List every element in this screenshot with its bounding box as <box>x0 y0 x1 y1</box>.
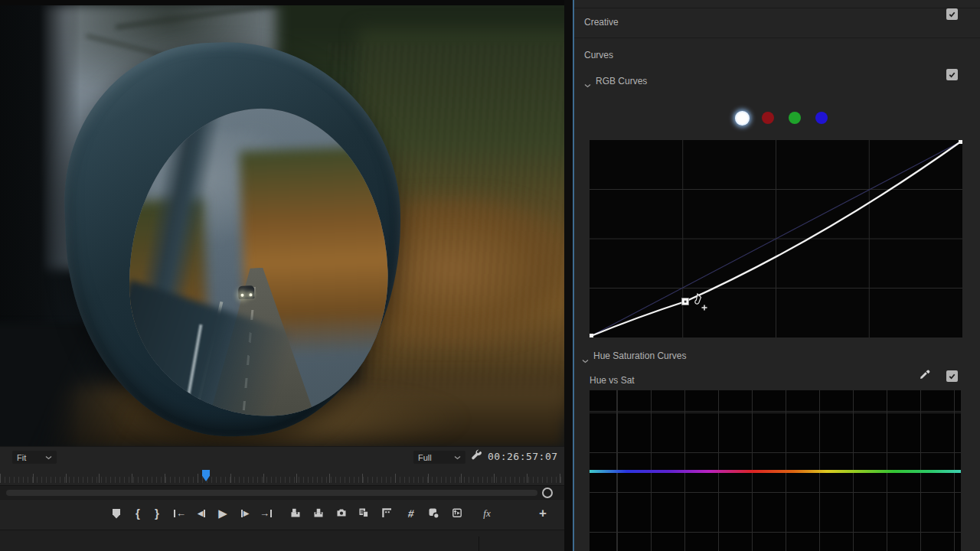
go-to-in-button[interactable]: ← <box>173 506 187 521</box>
global-fx-mute-button[interactable]: fx <box>480 506 494 521</box>
monitor-settings-button[interactable] <box>469 450 483 464</box>
section-divider <box>574 8 980 8</box>
chevron-down-icon <box>454 455 461 460</box>
chevron-down-icon[interactable] <box>584 77 591 91</box>
monitor-time-ruler[interactable] <box>0 467 564 485</box>
chevron-down-icon <box>45 455 52 460</box>
program-monitor-video[interactable] <box>0 5 564 446</box>
comparison-view-button[interactable] <box>357 506 371 521</box>
rgb-curves-enable-checkbox[interactable] <box>946 69 958 80</box>
export-box-icon <box>452 507 462 520</box>
premiere-pro-workspace: Fit Full 00:26:57:07 { <box>0 0 980 551</box>
ruler-ticks-major <box>0 474 564 483</box>
add-marker-button[interactable] <box>109 506 123 521</box>
mark-out-icon: } <box>155 506 159 521</box>
triangle-right-icon: ▶ <box>243 506 250 521</box>
arrow-left-icon: ← <box>176 506 186 521</box>
creative-enable-checkbox[interactable] <box>946 8 958 20</box>
extract-icon <box>313 507 324 520</box>
lumetri-color-panel: Creative Curves RGB Curves <box>574 0 980 551</box>
monitor-controls-bar: Fit Full 00:26:57:07 <box>0 446 564 468</box>
current-timecode[interactable]: 00:26:57:07 <box>488 451 558 462</box>
chevron-down-icon[interactable] <box>582 353 589 367</box>
play-icon: ▶ <box>218 506 227 521</box>
playback-resolution-select[interactable]: Full <box>413 451 466 464</box>
curve-endpoint-low <box>590 334 593 337</box>
fx-icon: fx <box>483 506 490 521</box>
mark-in-icon: { <box>136 506 140 521</box>
section-label-creative: Creative <box>584 17 619 28</box>
button-editor-button[interactable]: + <box>536 506 550 521</box>
curve-endpoint-high <box>959 140 962 144</box>
quick-export-button[interactable] <box>450 506 464 521</box>
channel-dot-red[interactable] <box>762 112 774 124</box>
step-forward-button[interactable]: ▶ <box>238 506 252 521</box>
lift-icon <box>290 507 301 520</box>
camera-icon <box>336 507 347 520</box>
car-headlight <box>240 294 243 297</box>
hash-icon: # <box>407 506 416 521</box>
triangle-left-icon: ◀ <box>198 506 204 521</box>
wrench-icon <box>470 449 482 465</box>
comparison-frames-icon <box>358 507 369 520</box>
hue-vs-sat-graph[interactable] <box>590 390 961 551</box>
zoom-level-select[interactable]: Fit <box>12 451 57 464</box>
lower-panel-strip <box>0 530 564 551</box>
transparency-grid-button[interactable]: # <box>404 506 418 521</box>
channel-dot-blue[interactable] <box>815 112 828 124</box>
bar-icon <box>241 510 243 517</box>
zoom-scrollbar-handle[interactable] <box>542 487 553 498</box>
zoom-level-value: Fit <box>17 453 26 462</box>
mark-out-button[interactable]: } <box>150 506 164 521</box>
hue-spectrum-curve-line[interactable] <box>590 470 961 473</box>
square-circle-icon <box>428 507 439 520</box>
zoom-scrollbar-track[interactable] <box>6 490 537 496</box>
corner-ruler-icon <box>381 507 392 520</box>
panel-divider <box>479 536 479 551</box>
multicam-view-button[interactable] <box>426 506 440 521</box>
export-frame-button[interactable] <box>335 506 348 521</box>
go-to-out-button[interactable]: → <box>259 506 273 521</box>
lift-button[interactable] <box>289 506 302 521</box>
hue-vs-sat-enable-checkbox[interactable] <box>946 370 958 382</box>
eyedropper-icon <box>919 368 931 383</box>
marker-icon <box>113 509 120 519</box>
monitor-scrollbar-zone <box>0 485 564 500</box>
section-label-hue-saturation-curves: Hue Saturation Curves <box>593 350 686 361</box>
playback-resolution-value: Full <box>418 453 432 462</box>
eyedropper-button[interactable] <box>918 369 932 383</box>
video-letterbox-bar <box>0 0 564 5</box>
transport-controls-bar: { } ← ◀ ▶ ▶ → <box>0 499 564 530</box>
section-divider <box>574 37 980 38</box>
curve-control-point <box>682 298 689 305</box>
rgb-curves-graph[interactable] <box>590 140 962 337</box>
extract-button[interactable] <box>312 506 325 521</box>
bar-icon <box>270 510 272 517</box>
hue-vs-sat-label: Hue vs Sat <box>590 375 635 386</box>
channel-dot-green[interactable] <box>789 112 801 124</box>
play-button[interactable]: ▶ <box>216 506 230 521</box>
bar-icon <box>204 510 205 517</box>
arrow-right-icon: → <box>260 506 270 521</box>
channel-dot-luma[interactable] <box>735 111 750 126</box>
bar-icon <box>174 510 175 517</box>
mirror-following-car <box>238 285 255 299</box>
mark-in-button[interactable]: { <box>131 506 145 521</box>
step-back-button[interactable]: ◀ <box>194 506 208 521</box>
safe-margins-button[interactable] <box>380 506 394 521</box>
car-headlight <box>249 293 252 296</box>
subsection-label-rgb-curves: RGB Curves <box>596 76 647 86</box>
plus-icon: + <box>539 506 547 521</box>
section-label-curves: Curves <box>584 50 613 60</box>
